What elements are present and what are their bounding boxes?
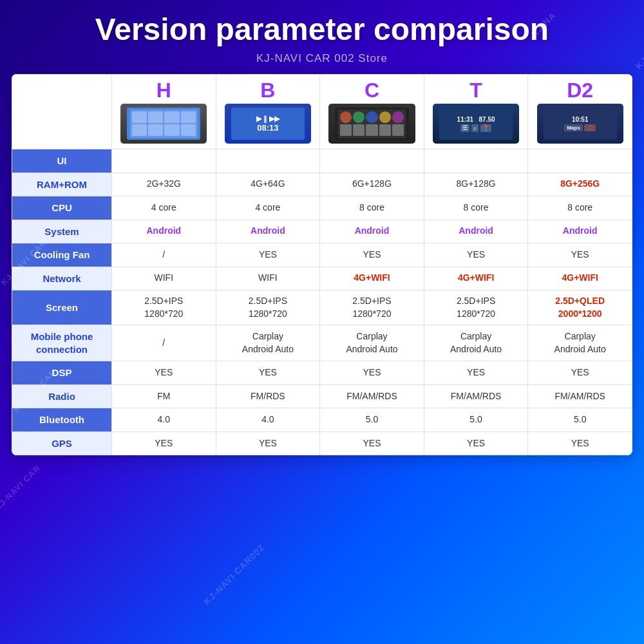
data-cell: 4G+64G xyxy=(216,173,320,196)
data-cell: YES xyxy=(112,361,216,385)
data-cell: 4 core xyxy=(216,196,320,220)
data-cell: YES xyxy=(528,361,632,385)
data-cell: YES xyxy=(216,361,320,385)
header-b: B ▶ ‖ ▶▶ 08:13 xyxy=(216,75,320,149)
data-cell: / xyxy=(112,325,216,361)
device-image-b: ▶ ‖ ▶▶ 08:13 xyxy=(225,104,311,144)
data-cell: YES xyxy=(528,243,632,267)
data-cell: 4G+WIFI xyxy=(528,267,632,290)
table-row: Screen2.5D+IPS 1280*7202.5D+IPS 1280*720… xyxy=(12,290,632,325)
version-h-label: H xyxy=(115,79,213,102)
row-label: System xyxy=(12,220,112,243)
data-cell: Android xyxy=(112,220,216,243)
table-row: GPSYESYESYESYESYES xyxy=(12,431,632,455)
data-cell: FM/AM/RDS xyxy=(528,384,632,408)
data-cell: 2G+32G xyxy=(112,173,216,196)
data-cell: 2.5D+IPS 1280*720 xyxy=(424,290,528,325)
comparison-table-container: H B ▶ xyxy=(12,74,632,455)
row-label: Radio xyxy=(12,384,112,408)
data-cell: YES xyxy=(424,361,528,385)
data-cell: Android xyxy=(320,220,424,243)
data-cell: Android xyxy=(528,220,632,243)
store-name: KJ-NAVI CAR 002 Store xyxy=(0,52,644,65)
data-cell: 2.5D+IPS 1280*720 xyxy=(112,290,216,325)
row-label: Mobile phone connection xyxy=(12,325,112,361)
device-image-d2: 10:51 Maps 🎵 xyxy=(537,104,623,144)
table-row: RAM+ROM2G+32G4G+64G6G+128G8G+128G8G+256G xyxy=(12,173,632,196)
table-row: UI xyxy=(12,149,632,173)
data-cell: WIFI xyxy=(216,267,320,290)
data-cell: YES xyxy=(424,243,528,267)
device-image-t: 11:31 87.50 ☰ ♪ 📍 xyxy=(433,104,519,144)
data-cell: FM/AM/RDS xyxy=(424,384,528,408)
data-cell: 4 core xyxy=(112,196,216,220)
data-cell: 4.0 xyxy=(112,408,216,432)
data-cell: Carplay Android Auto xyxy=(424,325,528,361)
data-cell: Carplay Android Auto xyxy=(528,325,632,361)
data-cell: Android xyxy=(424,220,528,243)
data-cell: 2.5D+QLED 2000*1200 xyxy=(528,290,632,325)
header-label-cell xyxy=(12,75,112,149)
data-cell: FM/AM/RDS xyxy=(320,384,424,408)
table-row: RadioFMFM/RDSFM/AM/RDSFM/AM/RDSFM/AM/RDS xyxy=(12,384,632,408)
ui-cell xyxy=(216,149,320,173)
row-label: Network xyxy=(12,267,112,290)
data-cell: 5.0 xyxy=(320,408,424,432)
row-label: RAM+ROM xyxy=(12,173,112,196)
data-cell: YES xyxy=(216,431,320,455)
data-cell: YES xyxy=(320,431,424,455)
data-cell: YES xyxy=(112,431,216,455)
table-row: SystemAndroidAndroidAndroidAndroidAndroi… xyxy=(12,220,632,243)
data-cell: 4G+WIFI xyxy=(320,267,424,290)
data-cell: 6G+128G xyxy=(320,173,424,196)
version-c-label: C xyxy=(323,79,421,102)
table-row: DSPYESYESYESYESYES xyxy=(12,361,632,385)
ui-cell xyxy=(528,149,632,173)
ui-cell xyxy=(424,149,528,173)
data-cell: YES xyxy=(320,243,424,267)
header-row: H B ▶ xyxy=(12,75,632,149)
device-image-h xyxy=(120,104,207,144)
ui-cell xyxy=(112,149,216,173)
data-cell: 2.5D+IPS 1280*720 xyxy=(320,290,424,325)
data-cell: 4G+WIFI xyxy=(424,267,528,290)
table-row: Mobile phone connection/Carplay Android … xyxy=(12,325,632,361)
data-cell: / xyxy=(112,243,216,267)
data-cell: YES xyxy=(528,431,632,455)
data-cell: Android xyxy=(216,220,320,243)
data-cell: FM xyxy=(112,384,216,408)
row-label: Bluetooth xyxy=(12,408,112,432)
data-cell: 5.0 xyxy=(528,408,632,432)
header-d2: D2 10:51 Maps 🎵 xyxy=(528,75,632,149)
version-t-label: T xyxy=(427,79,526,102)
row-label: UI xyxy=(12,149,112,173)
data-cell: FM/RDS xyxy=(216,384,320,408)
header-t: T 11:31 87.50 ☰ ♪ 📍 xyxy=(424,75,528,149)
comparison-table: H B ▶ xyxy=(12,74,632,455)
table-body: UIRAM+ROM2G+32G4G+64G6G+128G8G+128G8G+25… xyxy=(12,149,632,455)
data-cell: 5.0 xyxy=(424,408,528,432)
version-d2-label: D2 xyxy=(531,79,629,102)
data-cell: 8 core xyxy=(424,196,528,220)
data-cell: 8 core xyxy=(528,196,632,220)
data-cell: 8G+128G xyxy=(424,173,528,196)
data-cell: 2.5D+IPS 1280*720 xyxy=(216,290,320,325)
row-label: Cooling Fan xyxy=(12,243,112,267)
data-cell: Carplay Android Auto xyxy=(216,325,320,361)
header-h: H xyxy=(112,75,216,149)
data-cell: 8 core xyxy=(320,196,424,220)
device-image-c xyxy=(328,104,415,144)
data-cell: YES xyxy=(424,431,528,455)
row-label: CPU xyxy=(12,196,112,220)
table-row: CPU4 core4 core8 core8 core8 core xyxy=(12,196,632,220)
header-c: C xyxy=(320,75,424,149)
table-row: Cooling Fan/YESYESYESYES xyxy=(12,243,632,267)
row-label: DSP xyxy=(12,361,112,385)
version-b-label: B xyxy=(219,79,317,102)
row-label: Screen xyxy=(12,290,112,325)
table-row: NetworkWIFIWIFI4G+WIFI4G+WIFI4G+WIFI xyxy=(12,267,632,290)
ui-cell xyxy=(320,149,424,173)
data-cell: YES xyxy=(320,361,424,385)
row-label: GPS xyxy=(12,431,112,455)
page-title: Version parameter comparison xyxy=(0,0,644,52)
